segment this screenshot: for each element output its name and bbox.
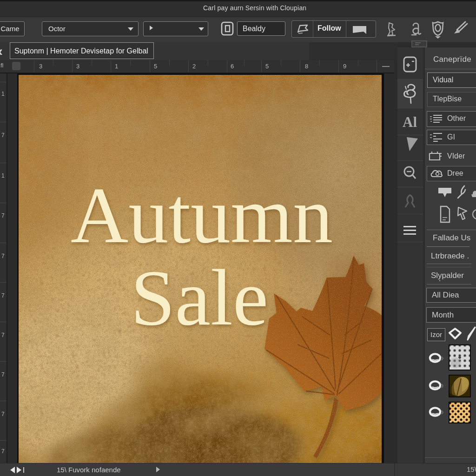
svg-text:Sale: Sale xyxy=(131,253,268,342)
svg-text:Autumn: Autumn xyxy=(71,171,333,259)
